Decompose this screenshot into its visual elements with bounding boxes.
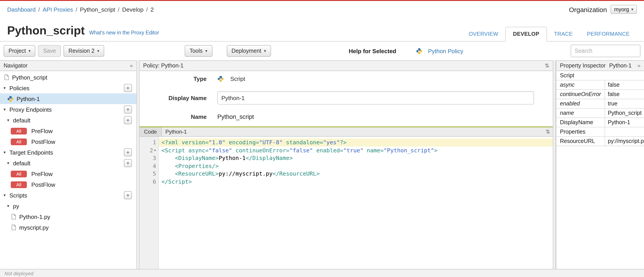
nav-item-target-endpoints[interactable]: ▾Target Endpoints+	[0, 147, 136, 158]
tree-expand-icon[interactable]: ▾	[4, 86, 10, 90]
breadcrumb: Dashboard / API Proxies / Python_script …	[7, 6, 154, 13]
tree-expand-icon[interactable]: ▾	[7, 161, 13, 165]
project-button[interactable]: Project ▾	[4, 45, 36, 57]
add-button[interactable]: +	[124, 148, 132, 156]
search-input[interactable]	[571, 45, 640, 57]
code-tab[interactable]: Code	[140, 127, 162, 136]
vertical-splitter[interactable]	[136, 60, 140, 269]
property-value: false	[605, 80, 620, 89]
code-panel-title: Python-1	[162, 129, 190, 135]
property-row-resourceurl: ResourceURLpy://myscript.py	[556, 137, 644, 146]
property-key: enabled	[556, 99, 605, 108]
add-button[interactable]: +	[124, 191, 132, 199]
collapse-left-icon[interactable]: «	[130, 62, 133, 69]
nav-item-default[interactable]: ▾default+	[0, 158, 136, 168]
tree-expand-icon[interactable]: ▾	[7, 118, 13, 122]
nav-item-python-script[interactable]: Python_script	[0, 72, 136, 83]
nav-item-python-1-py[interactable]: Python-1.py	[0, 211, 136, 222]
code-lines[interactable]: <?xml version="1.0" encoding="UTF-8" sta…	[159, 137, 553, 269]
nav-item-python-1[interactable]: Python-1	[0, 93, 136, 104]
property-section-header: Script	[556, 71, 644, 80]
tab-performance[interactable]: PERFORMANCE	[580, 27, 637, 41]
whats-new-link[interactable]: What's new in the Proxy Editor	[89, 30, 159, 35]
breadcrumb-develop: Develop	[122, 6, 143, 13]
tools-button[interactable]: Tools ▾	[185, 45, 212, 57]
breadcrumb-dashboard[interactable]: Dashboard	[7, 6, 36, 13]
top-bar: Dashboard / API Proxies / Python_script …	[0, 1, 644, 18]
organization-label: Organization	[569, 5, 607, 13]
display-name-row: Display Name	[140, 91, 553, 105]
tree-expand-icon[interactable]: ▾	[4, 150, 10, 155]
nav-item-label: Python-1	[16, 95, 40, 102]
tree-expand-icon[interactable]: ▾	[4, 107, 10, 112]
property-row-continueonerror: continueOnErrorfalse	[556, 90, 644, 99]
display-name-label: Display Name	[140, 94, 206, 101]
tree-expand-icon[interactable]: ▾	[7, 204, 13, 208]
property-key: Properties	[556, 127, 605, 136]
file-icon	[4, 74, 10, 80]
chevron-down-icon: ▾	[264, 49, 266, 53]
vertical-splitter[interactable]	[553, 60, 556, 269]
code-fold-icon[interactable]: ▾	[154, 146, 156, 154]
nav-item-preflow[interactable]: AllPreFlow	[0, 168, 136, 179]
add-button[interactable]: +	[124, 105, 132, 113]
property-value: true	[605, 99, 618, 108]
property-key: name	[556, 109, 605, 117]
chevron-down-icon: ▾	[631, 7, 633, 12]
property-key: ResourceURL	[556, 137, 605, 146]
property-value: Python_script	[605, 109, 642, 117]
type-value: Script	[217, 75, 245, 82]
nav-item-postflow[interactable]: AllPostFlow	[0, 179, 136, 190]
organization-dropdown[interactable]: myorg ▾	[610, 5, 637, 14]
nav-item-default[interactable]: ▾default+	[0, 115, 136, 126]
nav-item-postflow[interactable]: AllPostFlow	[0, 136, 136, 147]
expand-right-icon[interactable]: »	[638, 62, 640, 69]
code-panel: Code Python-1 ⇅ 12▾3456 <?xml version="1…	[140, 126, 553, 269]
property-key: async	[556, 80, 605, 89]
nav-item-policies[interactable]: ▾Policies+	[0, 83, 136, 93]
breadcrumb-api-proxies[interactable]: API Proxies	[42, 6, 73, 13]
code-line: <Script async="false" continueOnError="f…	[159, 146, 553, 154]
tab-develop[interactable]: DEVELOP	[505, 27, 547, 41]
type-value-text: Script	[230, 75, 245, 82]
nav-item-myscript-py[interactable]: myscript.py	[0, 222, 136, 233]
property-value: py://myscript.py	[605, 137, 644, 146]
tab-trace[interactable]: TRACE	[547, 27, 580, 41]
proxy-editor-page: Dashboard / API Proxies / Python_script …	[0, 0, 644, 277]
editor-column: Policy: Python-1 ⇅ Type Script Display N…	[140, 60, 553, 269]
main-tabs: OVERVIEW DEVELOP TRACE PERFORMANCE	[462, 27, 637, 41]
code-panel-header: Code Python-1 ⇅	[140, 127, 553, 137]
nav-item-scripts[interactable]: ▾Scripts+	[0, 190, 136, 201]
panel-collapse-icon[interactable]: ⇅	[546, 129, 550, 135]
panel-collapse-icon[interactable]: ⇅	[545, 62, 549, 69]
property-value: Python-1	[605, 118, 630, 127]
revision-button[interactable]: Revision 2 ▾	[64, 45, 104, 57]
nav-item-label: Python-1.py	[19, 213, 50, 220]
property-key: DisplayName	[556, 118, 605, 127]
revision-button-label: Revision 2	[68, 48, 94, 54]
nav-item-py[interactable]: ▾py	[0, 201, 136, 211]
navigator-tree: Python_script▾Policies+Python-1▾Proxy En…	[0, 71, 136, 269]
property-value: false	[605, 90, 620, 99]
property-row-properties: Properties	[556, 127, 644, 137]
nav-item-preflow[interactable]: AllPreFlow	[0, 126, 136, 136]
chevron-down-icon: ▾	[97, 49, 99, 53]
tree-expand-icon[interactable]: ▾	[4, 193, 10, 198]
navigator-header: Navigator «	[0, 60, 136, 71]
gutter-line: 5	[140, 170, 158, 178]
deployment-button[interactable]: Deployment ▾	[226, 45, 271, 57]
nav-item-label: py	[13, 203, 19, 209]
title-bar: Python_script What's new in the Proxy Ed…	[0, 18, 644, 41]
tab-overview[interactable]: OVERVIEW	[462, 27, 505, 41]
code-gutter[interactable]: 12▾3456	[140, 137, 159, 269]
file-icon	[11, 224, 16, 231]
add-button[interactable]: +	[124, 116, 132, 124]
add-button[interactable]: +	[124, 159, 132, 167]
save-button[interactable]: Save	[38, 45, 61, 57]
display-name-input[interactable]	[217, 91, 534, 105]
policy-help-link[interactable]: Python Policy	[416, 47, 463, 54]
code-editor[interactable]: 12▾3456 <?xml version="1.0" encoding="UT…	[140, 137, 553, 269]
add-button[interactable]: +	[124, 84, 132, 92]
nav-item-proxy-endpoints[interactable]: ▾Proxy Endpoints+	[0, 104, 136, 115]
navigator-title: Navigator	[4, 62, 28, 69]
